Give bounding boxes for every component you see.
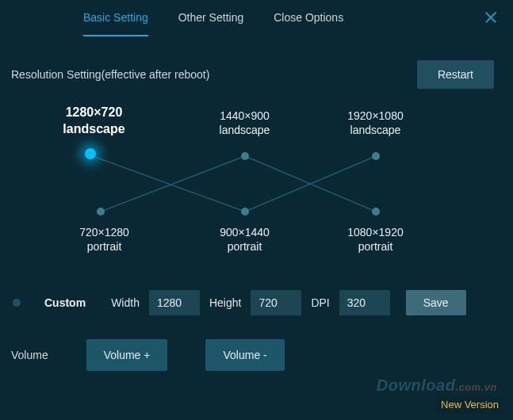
resolution-node[interactable] bbox=[241, 152, 249, 160]
volume-row: Volume Volume + Volume - bbox=[0, 315, 513, 371]
tabs-bar: Basic Setting Other Setting Close Option… bbox=[0, 0, 513, 36]
tab-close-options[interactable]: Close Options bbox=[274, 11, 343, 36]
volume-plus-button[interactable]: Volume + bbox=[86, 339, 168, 371]
width-input[interactable] bbox=[149, 290, 200, 315]
tab-other-setting[interactable]: Other Setting bbox=[178, 11, 244, 36]
resolution-node[interactable] bbox=[372, 152, 380, 160]
dpi-input[interactable] bbox=[339, 290, 390, 315]
custom-label: Custom bbox=[44, 296, 86, 309]
resolution-lines bbox=[51, 105, 463, 263]
volume-minus-button[interactable]: Volume - bbox=[205, 339, 284, 371]
width-label: Width bbox=[111, 296, 140, 309]
resolution-header: Resolution Setting(effective after reboo… bbox=[0, 36, 513, 89]
close-icon[interactable] bbox=[483, 10, 499, 25]
watermark-ext: .com.vn bbox=[455, 381, 497, 393]
resolution-graph: 1280×720 landscape 1440×900 landscape 19… bbox=[51, 105, 463, 263]
watermark-text: Download bbox=[377, 376, 456, 394]
save-button[interactable]: Save bbox=[406, 290, 466, 315]
watermark: Download.com.vn bbox=[377, 376, 497, 395]
resolution-node-selected[interactable] bbox=[85, 148, 96, 159]
tab-basic-setting[interactable]: Basic Setting bbox=[83, 11, 148, 36]
height-label: Height bbox=[209, 296, 241, 309]
resolution-node[interactable] bbox=[372, 208, 380, 216]
restart-button[interactable]: Restart bbox=[417, 60, 494, 89]
height-input[interactable] bbox=[251, 290, 301, 315]
dpi-label: DPI bbox=[311, 296, 329, 309]
custom-radio[interactable] bbox=[13, 299, 21, 307]
resolution-node[interactable] bbox=[241, 208, 249, 216]
resolution-section-label: Resolution Setting(effective after reboo… bbox=[11, 68, 209, 81]
volume-label: Volume bbox=[11, 349, 48, 361]
resolution-node[interactable] bbox=[97, 208, 105, 216]
custom-resolution-row: Custom Width Height DPI Save bbox=[0, 263, 513, 315]
new-version-link[interactable]: New Version bbox=[436, 395, 503, 414]
